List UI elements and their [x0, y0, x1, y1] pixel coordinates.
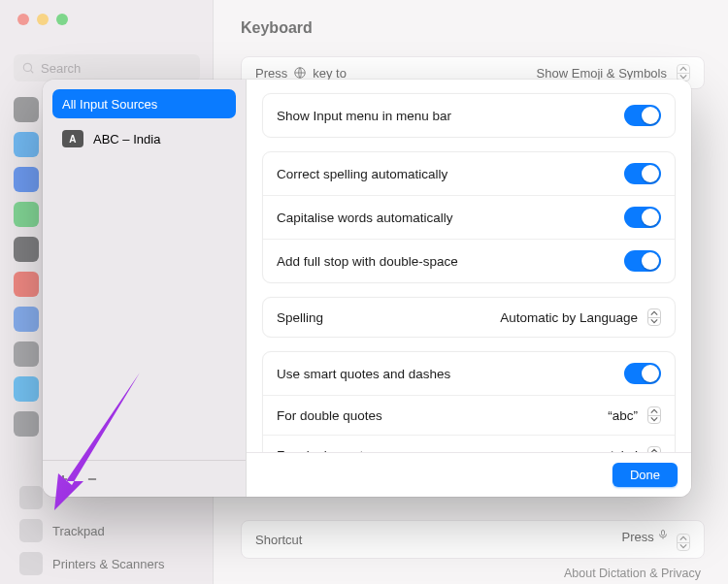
printer-icon: [19, 552, 43, 575]
stepper-icon[interactable]: [647, 406, 661, 424]
settings-group: Show Input menu in menu bar: [262, 93, 676, 138]
sidebar-item-input-source[interactable]: AABC – India: [52, 124, 236, 153]
sidebar-category-tile[interactable]: [14, 307, 39, 332]
press-globe-label-post: key to: [313, 66, 347, 81]
settings-row-label: For double quotes: [277, 408, 382, 423]
modal-sidebar-footer: [43, 460, 246, 497]
settings-row: For double quotes“abc”: [263, 395, 675, 435]
trackpad-icon: [19, 519, 43, 542]
sidebar-category-icons: [14, 97, 43, 437]
fullscreen-window-icon[interactable]: [56, 14, 68, 25]
about-dictation-link[interactable]: About Dictation & Privacy: [564, 567, 701, 580]
plus-icon: [56, 472, 70, 486]
shortcut-label: Shortcut: [255, 533, 302, 547]
shortcut-value-pre: Press: [622, 530, 654, 544]
sidebar-item-label: Printers & Scanners: [52, 557, 165, 571]
toggle-switch[interactable]: [624, 163, 661, 184]
traffic-lights: [17, 14, 68, 25]
select-value[interactable]: Automatic by Language: [500, 310, 638, 325]
settings-row-label: Show Input menu in menu bar: [277, 109, 451, 123]
settings-row: SpellingAutomatic by Language: [263, 298, 675, 337]
settings-row-label: Spelling: [277, 310, 323, 325]
search-icon: [21, 61, 35, 75]
sidebar-bottom-list: Trackpad Printers & Scanners: [14, 483, 200, 578]
input-source-badge-icon: A: [62, 130, 83, 147]
stepper-icon[interactable]: [677, 534, 690, 551]
close-window-icon[interactable]: [17, 14, 29, 25]
microphone-icon: [657, 528, 669, 541]
svg-line-1: [31, 71, 34, 74]
sidebar-item-trackpad[interactable]: Trackpad: [14, 516, 200, 545]
press-globe-label-pre: Press: [255, 66, 287, 81]
globe-icon: [293, 66, 307, 80]
sidebar-item-printers[interactable]: Printers & Scanners: [14, 549, 200, 578]
toggle-switch[interactable]: [624, 250, 661, 272]
settings-row-label: Add full stop with double-space: [277, 254, 458, 269]
settings-row: Correct spelling automatically: [263, 152, 675, 195]
sidebar-category-tile[interactable]: [14, 237, 39, 262]
sidebar-category-tile[interactable]: [14, 132, 39, 157]
settings-group: Use smart quotes and dashesFor double qu…: [262, 351, 676, 452]
sidebar-category-tile[interactable]: [14, 376, 39, 402]
sidebar-category-tile[interactable]: [14, 411, 39, 437]
add-input-source-button[interactable]: [50, 468, 76, 491]
sidebar-item-icon: [19, 486, 43, 509]
select-value[interactable]: “abc”: [608, 408, 638, 423]
sidebar-item-label: Trackpad: [52, 524, 105, 538]
page-title: Keyboard: [241, 19, 313, 37]
modal-sidebar: All Input SourcesAABC – India: [43, 80, 247, 497]
settings-group: SpellingAutomatic by Language: [262, 297, 676, 338]
sidebar-category-tile[interactable]: [14, 272, 39, 297]
input-sources-modal: All Input SourcesAABC – India Show Input…: [43, 80, 691, 497]
toggle-switch[interactable]: [624, 105, 661, 126]
minimize-window-icon[interactable]: [37, 14, 49, 25]
modal-footer: Done: [247, 452, 691, 497]
settings-row: Show Input menu in menu bar: [263, 94, 675, 137]
toggle-switch[interactable]: [624, 363, 661, 384]
sidebar-item-label: ABC – India: [93, 132, 160, 146]
settings-row-label: Correct spelling automatically: [277, 167, 447, 181]
search-placeholder: Search: [41, 61, 81, 76]
sidebar-category-tile[interactable]: [14, 341, 39, 367]
done-button[interactable]: Done: [612, 463, 678, 487]
settings-group: Correct spelling automaticallyCapitalise…: [262, 151, 676, 283]
settings-row: Add full stop with double-space: [263, 239, 675, 282]
modal-content: Show Input menu in menu barCorrect spell…: [247, 80, 691, 497]
press-globe-value: Show Emoji & Symbols: [537, 66, 667, 81]
settings-row: Use smart quotes and dashes: [263, 352, 675, 395]
search-input[interactable]: Search: [14, 54, 200, 81]
minus-icon: [85, 472, 99, 486]
sidebar-category-tile[interactable]: [14, 97, 39, 122]
shortcut-row[interactable]: Shortcut Press: [241, 520, 705, 559]
settings-row-label: Capitalise words automatically: [277, 211, 453, 225]
sidebar-item-all-sources[interactable]: All Input Sources: [52, 89, 236, 118]
settings-row: Capitalise words automatically: [263, 195, 675, 239]
stepper-icon[interactable]: [647, 308, 661, 326]
sidebar-category-tile[interactable]: [14, 202, 39, 227]
svg-point-0: [23, 63, 31, 71]
sidebar-category-tile[interactable]: [14, 167, 39, 192]
svg-rect-3: [662, 530, 665, 535]
remove-input-source-button[interactable]: [80, 468, 105, 491]
sidebar-item-label: All Input Sources: [62, 97, 157, 112]
toggle-switch[interactable]: [624, 207, 661, 228]
settings-row-label: Use smart quotes and dashes: [277, 367, 450, 381]
settings-row: For single quotes‘abc’: [263, 435, 675, 452]
